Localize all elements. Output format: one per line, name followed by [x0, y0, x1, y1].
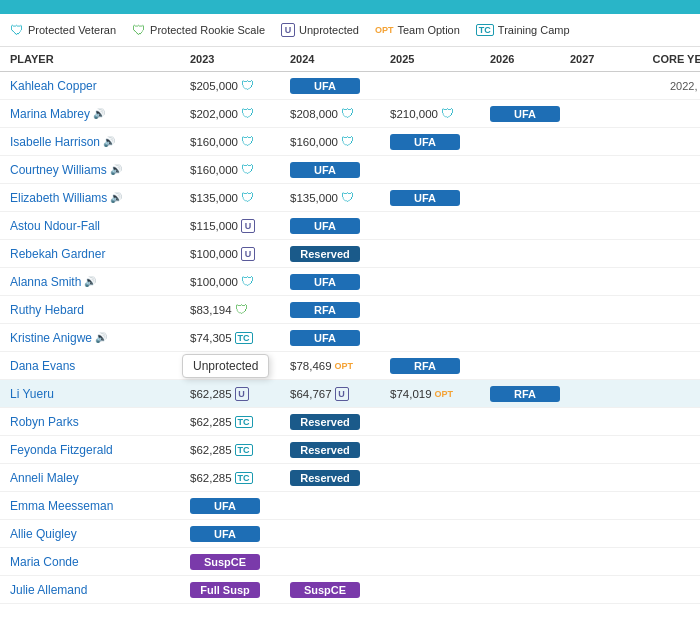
cell-2024: UFA: [290, 218, 390, 234]
cell-2024: UFA: [290, 330, 390, 346]
up-row-icon: U: [241, 219, 255, 233]
player-name[interactable]: Ruthy Hebard: [10, 303, 190, 317]
cell-2024: $208,000 🛡: [290, 106, 390, 121]
salary-value: $100,000 🛡: [190, 274, 290, 289]
player-name[interactable]: Courtney Williams 🔊: [10, 163, 190, 177]
table-row: Dana Evans Unprotected $78,469 OPT RFA: [0, 352, 700, 380]
pv-row-icon: 🛡: [441, 106, 454, 121]
sound-icon: 🔊: [95, 332, 107, 343]
salary-value: $62,285 U: [190, 387, 290, 401]
salary-value: $210,000 🛡: [390, 106, 490, 121]
cell-2024: UFA: [290, 274, 390, 290]
cell-2023: UFA: [190, 526, 290, 542]
legend-pv-label: Protected Veteran: [28, 24, 116, 36]
col-2024: 2024: [290, 53, 390, 65]
player-name[interactable]: Anneli Maley: [10, 471, 190, 485]
tc-row-icon: TC: [235, 472, 253, 484]
cell-2023: $83,194 🛡: [190, 302, 290, 317]
cell-2024: UFA: [290, 162, 390, 178]
status-badge: RFA: [490, 386, 560, 402]
cell-2026: RFA: [490, 386, 570, 402]
up-row-icon: U: [241, 247, 255, 261]
pv-row-icon: 🛡: [341, 106, 354, 121]
table-row: Astou Ndour-Fall $115,000 U UFA: [0, 212, 700, 240]
cell-2024: $64,767 U: [290, 387, 390, 401]
legend-pr-label: Protected Rookie Scale: [150, 24, 265, 36]
player-name[interactable]: Kristine Anigwe 🔊: [10, 331, 190, 345]
salary-value: $135,000 🛡: [290, 190, 390, 205]
player-name[interactable]: Alanna Smith 🔊: [10, 275, 190, 289]
cell-2024: Reserved: [290, 414, 390, 430]
status-badge: UFA: [290, 274, 360, 290]
cell-2023: $62,285 U: [190, 387, 290, 401]
player-name[interactable]: Feyonda Fitzgerald: [10, 443, 190, 457]
col-2027: 2027: [570, 53, 650, 65]
player-name[interactable]: Allie Quigley: [10, 527, 190, 541]
status-badge: RFA: [390, 358, 460, 374]
salary-value: $62,285 TC: [190, 472, 290, 484]
table-row: Kristine Anigwe 🔊 $74,305 TC UFA: [0, 324, 700, 352]
cell-2024: RFA: [290, 302, 390, 318]
cell-2023: UFA: [190, 498, 290, 514]
tooltip-unprotected: Unprotected: [182, 354, 269, 378]
legend-bar: 🛡 Protected Veteran 🛡 Protected Rookie S…: [0, 14, 700, 47]
player-name[interactable]: Astou Ndour-Fall: [10, 219, 190, 233]
cell-2024: UFA: [290, 78, 390, 94]
cell-2023: $135,000 🛡: [190, 190, 290, 205]
player-name[interactable]: Dana Evans: [10, 359, 190, 373]
table-row: Courtney Williams 🔊 $160,000 🛡 UFA: [0, 156, 700, 184]
player-name[interactable]: Li Yueru: [10, 387, 190, 401]
pv-row-icon: 🛡: [241, 134, 254, 149]
tc-icon: TC: [476, 24, 494, 36]
cell-2023: $74,305 TC: [190, 332, 290, 344]
table-row: Isabelle Harrison 🔊 $160,000 🛡 $160,000 …: [0, 128, 700, 156]
pv-icon: 🛡: [10, 22, 24, 38]
sound-icon: 🔊: [110, 192, 122, 203]
player-name[interactable]: Julie Allemand: [10, 583, 190, 597]
salary-value: $202,000 🛡: [190, 106, 290, 121]
player-name[interactable]: Kahleah Copper: [10, 79, 190, 93]
salary-value: $205,000 🛡: [190, 78, 290, 93]
page-header: [0, 0, 700, 14]
player-name[interactable]: Isabelle Harrison 🔊: [10, 135, 190, 149]
status-badge: Reserved: [290, 442, 360, 458]
cell-2025: $210,000 🛡: [390, 106, 490, 121]
legend-unprotected: U Unprotected: [281, 23, 359, 37]
table-row: Allie Quigley UFA 2018: [0, 520, 700, 548]
table-row: Julie Allemand Full Susp SuspCE: [0, 576, 700, 604]
player-name[interactable]: Robyn Parks: [10, 415, 190, 429]
status-badge: SuspCE: [290, 582, 360, 598]
status-badge: UFA: [190, 498, 260, 514]
pv-row-icon: 🛡: [241, 106, 254, 121]
salary-value: $74,019 OPT: [390, 388, 490, 400]
pv-row-icon: 🛡: [341, 190, 354, 205]
tc-row-icon: TC: [235, 416, 253, 428]
status-badge: RFA: [290, 302, 360, 318]
salary-value: $115,000 U: [190, 219, 290, 233]
sound-icon: 🔊: [103, 136, 115, 147]
col-2025: 2025: [390, 53, 490, 65]
pv-row-icon: 🛡: [241, 78, 254, 93]
player-name[interactable]: Marina Mabrey 🔊: [10, 107, 190, 121]
player-name[interactable]: Elizabeth Williams 🔊: [10, 191, 190, 205]
sound-icon: 🔊: [84, 276, 96, 287]
salary-value: $160,000 🛡: [290, 134, 390, 149]
cell-2023: $100,000 🛡: [190, 274, 290, 289]
status-badge: UFA: [290, 330, 360, 346]
table-row: Anneli Maley $62,285 TC Reserved: [0, 464, 700, 492]
table-row: Emma Meesseman UFA: [0, 492, 700, 520]
status-badge: SuspCE: [190, 554, 260, 570]
cell-2024: Reserved: [290, 442, 390, 458]
pr-icon: 🛡: [132, 22, 146, 38]
table-row: Elizabeth Williams 🔊 $135,000 🛡 $135,000…: [0, 184, 700, 212]
opt-row-icon: OPT: [335, 361, 354, 371]
tc-row-icon: TC: [235, 332, 253, 344]
player-name[interactable]: Rebekah Gardner: [10, 247, 190, 261]
opt-icon: OPT: [375, 25, 394, 35]
legend-protected-rookie: 🛡 Protected Rookie Scale: [132, 22, 265, 38]
player-name[interactable]: Emma Meesseman: [10, 499, 190, 513]
status-badge: UFA: [490, 106, 560, 122]
table-row: Rebekah Gardner $100,000 U Reserved: [0, 240, 700, 268]
player-name[interactable]: Maria Conde: [10, 555, 190, 569]
cell-2024: $78,469 OPT: [290, 360, 390, 372]
